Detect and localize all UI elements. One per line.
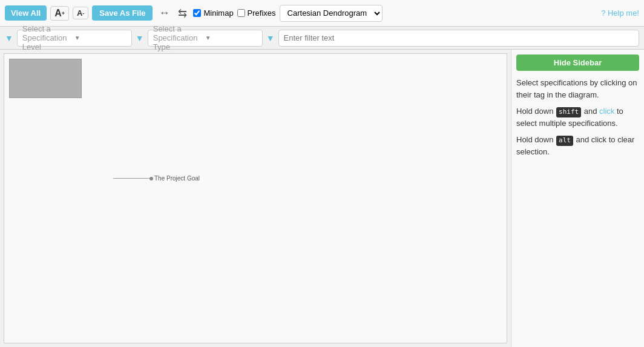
instruction-line1: Select specifications by clicking on the… bbox=[516, 77, 639, 101]
node-dot bbox=[150, 177, 153, 180]
node-line bbox=[113, 178, 150, 179]
diagram-node[interactable]: The Project Goal bbox=[113, 175, 200, 182]
font-decrease-sup: - bbox=[82, 10, 84, 16]
prefixes-label: Prefixes bbox=[248, 8, 276, 18]
expand-icon[interactable]: ↔ bbox=[156, 5, 172, 21]
font-increase-sup: + bbox=[62, 10, 65, 16]
shift-key-badge: shift bbox=[556, 107, 581, 117]
font-decrease-label: A bbox=[77, 8, 82, 18]
view-all-button[interactable]: View All bbox=[5, 5, 47, 21]
instruction-mid2: and bbox=[582, 107, 599, 116]
spec-type-placeholder: Select a Specification Type bbox=[153, 24, 205, 51]
spec-level-dropdown[interactable]: Select a Specification Level ▼ bbox=[17, 30, 132, 47]
filter-icon-level: ▼ bbox=[5, 33, 13, 43]
minimap-label: Minimap bbox=[203, 8, 233, 18]
font-increase-label: A bbox=[54, 8, 62, 19]
diagram-area[interactable]: The Project Goal bbox=[4, 53, 507, 343]
save-as-file-button[interactable]: Save As File bbox=[92, 5, 153, 21]
filter-icon-text: ▼ bbox=[266, 33, 275, 43]
hide-sidebar-button[interactable]: Hide Sidebar bbox=[516, 55, 639, 71]
font-increase-button[interactable]: A+ bbox=[50, 6, 69, 21]
sidebar-instructions: Select specifications by clicking on the… bbox=[516, 77, 639, 157]
main-content: The Project Goal Hide Sidebar Select spe… bbox=[0, 50, 644, 347]
filter-text-input[interactable] bbox=[278, 30, 639, 47]
click-text: click bbox=[599, 107, 614, 116]
minimap-checkbox[interactable] bbox=[193, 9, 201, 17]
prefixes-checkbox[interactable] bbox=[237, 9, 245, 17]
chevron-down-icon-2: ▼ bbox=[205, 35, 257, 41]
font-decrease-button[interactable]: A- bbox=[73, 7, 88, 19]
instruction-line3: Hold down alt and click to clear selecti… bbox=[516, 134, 639, 157]
chevron-down-icon: ▼ bbox=[74, 35, 126, 41]
filter-icon-type: ▼ bbox=[136, 33, 144, 43]
instruction-pre2: Hold down bbox=[516, 107, 556, 116]
prefixes-checkbox-label[interactable]: Prefixes bbox=[237, 8, 276, 18]
minimap-preview bbox=[9, 59, 82, 98]
sidebar: Hide Sidebar Select specifications by cl… bbox=[511, 50, 644, 347]
spec-level-placeholder: Select a Specification Level bbox=[22, 24, 74, 51]
minimap-checkbox-label[interactable]: Minimap bbox=[193, 8, 233, 18]
collapse-icon[interactable]: ⇆ bbox=[176, 5, 189, 21]
instruction-pre3: Hold down bbox=[516, 135, 556, 144]
instruction-line2: Hold down shift and click to select mult… bbox=[516, 105, 639, 129]
toolbar: View All A+ A- Save As File ↔ ⇆ Minimap … bbox=[0, 0, 644, 27]
node-label: The Project Goal bbox=[154, 175, 200, 182]
help-link[interactable]: ? Help me! bbox=[601, 8, 639, 18]
spec-type-dropdown[interactable]: Select a Specification Type ▼ bbox=[148, 30, 263, 47]
filter-bar: ▼ Select a Specification Level ▼ ▼ Selec… bbox=[0, 27, 644, 50]
diagram-type-select[interactable]: Cartesian Dendrogram Radial Dendrogram T… bbox=[280, 5, 383, 22]
alt-key-badge: alt bbox=[556, 136, 573, 146]
